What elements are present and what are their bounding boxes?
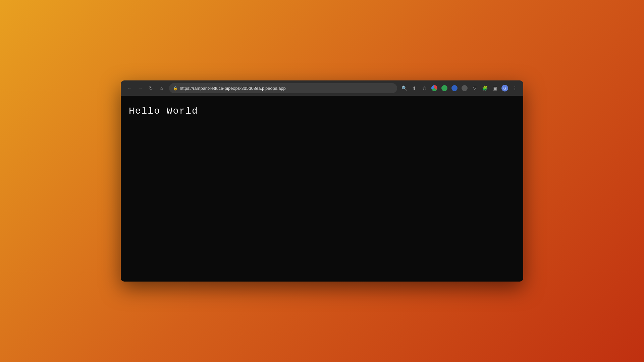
ext-filter-icon[interactable]: ▽ — [470, 84, 479, 93]
reload-button[interactable]: ↻ — [146, 83, 156, 93]
nav-buttons: ← → ↻ ⌂ — [125, 83, 166, 93]
address-bar[interactable] — [180, 86, 393, 91]
browser-window: ← → ↻ ⌂ 🔒 🔍 ⬆ ☆ — [121, 80, 523, 282]
profile-icon[interactable]: G — [500, 84, 509, 93]
bookmark-icon[interactable]: ☆ — [420, 84, 429, 93]
address-bar-container[interactable]: 🔒 — [169, 83, 397, 93]
split-screen-icon[interactable]: ▣ — [490, 84, 499, 93]
chrome-icon[interactable] — [430, 84, 439, 93]
ext-dark-icon[interactable] — [460, 84, 469, 93]
lock-icon: 🔒 — [173, 86, 178, 90]
home-button[interactable]: ⌂ — [157, 83, 166, 93]
search-icon[interactable]: 🔍 — [400, 84, 409, 93]
page-heading: Hello World — [129, 106, 515, 116]
ext-puzzle-icon[interactable]: 🧩 — [480, 84, 489, 93]
forward-button[interactable]: → — [136, 83, 145, 93]
back-button[interactable]: ← — [125, 83, 134, 93]
toolbar-icons: 🔍 ⬆ ☆ ▽ 🧩 ▣ G ⋮ — [400, 84, 519, 93]
share-icon[interactable]: ⬆ — [410, 84, 419, 93]
browser-content: Hello World — [121, 96, 523, 282]
menu-icon[interactable]: ⋮ — [511, 84, 519, 93]
ext-blue-icon[interactable] — [450, 84, 459, 93]
ext-green-icon[interactable] — [440, 84, 449, 93]
browser-chrome: ← → ↻ ⌂ 🔒 🔍 ⬆ ☆ — [121, 80, 523, 96]
